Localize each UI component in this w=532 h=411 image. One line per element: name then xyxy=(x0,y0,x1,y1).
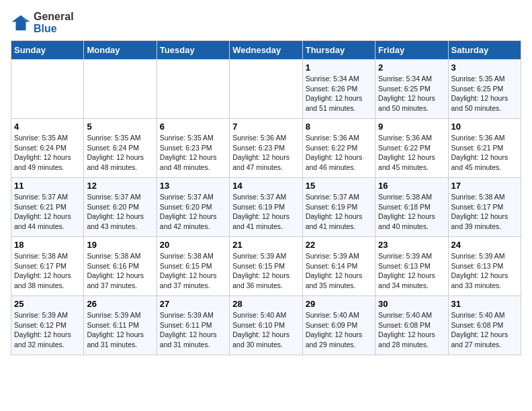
calendar-cell: 12Sunrise: 5:37 AM Sunset: 6:20 PM Dayli… xyxy=(84,178,157,237)
logo: General Blue xyxy=(11,11,74,35)
calendar-cell: 2Sunrise: 5:34 AM Sunset: 6:25 PM Daylig… xyxy=(375,60,448,119)
day-number: 12 xyxy=(87,181,153,191)
day-info: Sunrise: 5:37 AM Sunset: 6:20 PM Dayligh… xyxy=(87,192,153,232)
day-number: 4 xyxy=(14,122,81,132)
day-number: 28 xyxy=(232,299,299,309)
day-info: Sunrise: 5:35 AM Sunset: 6:23 PM Dayligh… xyxy=(160,133,226,173)
day-number: 15 xyxy=(306,181,372,191)
day-info: Sunrise: 5:40 AM Sunset: 6:08 PM Dayligh… xyxy=(451,310,518,350)
day-info: Sunrise: 5:40 AM Sunset: 6:09 PM Dayligh… xyxy=(306,310,372,350)
day-info: Sunrise: 5:36 AM Sunset: 6:21 PM Dayligh… xyxy=(451,133,518,173)
weekday-header-monday: Monday xyxy=(84,41,157,60)
day-number: 30 xyxy=(378,299,445,309)
day-info: Sunrise: 5:39 AM Sunset: 6:11 PM Dayligh… xyxy=(87,310,153,350)
day-info: Sunrise: 5:39 AM Sunset: 6:13 PM Dayligh… xyxy=(378,251,445,291)
day-number: 17 xyxy=(451,181,518,191)
calendar-cell: 22Sunrise: 5:39 AM Sunset: 6:14 PM Dayli… xyxy=(302,237,375,296)
calendar-cell: 8Sunrise: 5:36 AM Sunset: 6:22 PM Daylig… xyxy=(302,119,375,178)
page-header: General Blue xyxy=(11,11,521,35)
day-info: Sunrise: 5:38 AM Sunset: 6:17 PM Dayligh… xyxy=(14,251,81,291)
calendar-cell: 23Sunrise: 5:39 AM Sunset: 6:13 PM Dayli… xyxy=(375,237,448,296)
day-info: Sunrise: 5:39 AM Sunset: 6:14 PM Dayligh… xyxy=(306,251,372,291)
weekday-header-wednesday: Wednesday xyxy=(230,41,302,60)
day-info: Sunrise: 5:36 AM Sunset: 6:22 PM Dayligh… xyxy=(306,133,372,173)
day-number: 26 xyxy=(87,299,153,309)
day-number: 23 xyxy=(378,240,445,250)
calendar-cell: 6Sunrise: 5:35 AM Sunset: 6:23 PM Daylig… xyxy=(157,119,229,178)
weekday-header-saturday: Saturday xyxy=(448,41,521,60)
day-info: Sunrise: 5:38 AM Sunset: 6:17 PM Dayligh… xyxy=(451,192,518,232)
weekday-header-tuesday: Tuesday xyxy=(157,41,229,60)
day-info: Sunrise: 5:37 AM Sunset: 6:19 PM Dayligh… xyxy=(232,192,299,232)
day-number: 13 xyxy=(160,181,226,191)
day-number: 9 xyxy=(378,122,445,132)
day-number: 29 xyxy=(306,299,372,309)
day-number: 21 xyxy=(232,240,299,250)
calendar-cell: 19Sunrise: 5:38 AM Sunset: 6:16 PM Dayli… xyxy=(84,237,157,296)
calendar-cell: 29Sunrise: 5:40 AM Sunset: 6:09 PM Dayli… xyxy=(302,296,375,355)
day-number: 16 xyxy=(378,181,445,191)
day-info: Sunrise: 5:39 AM Sunset: 6:11 PM Dayligh… xyxy=(160,310,226,350)
day-number: 6 xyxy=(160,122,226,132)
day-number: 5 xyxy=(87,122,153,132)
day-number: 24 xyxy=(451,240,518,250)
calendar-cell: 10Sunrise: 5:36 AM Sunset: 6:21 PM Dayli… xyxy=(448,119,521,178)
day-number: 25 xyxy=(14,299,81,309)
day-number: 18 xyxy=(14,240,81,250)
calendar-cell: 15Sunrise: 5:37 AM Sunset: 6:19 PM Dayli… xyxy=(302,178,375,237)
calendar-cell xyxy=(157,60,229,119)
calendar-cell: 17Sunrise: 5:38 AM Sunset: 6:17 PM Dayli… xyxy=(448,178,521,237)
calendar-table: SundayMondayTuesdayWednesdayThursdayFrid… xyxy=(11,40,521,355)
day-number: 20 xyxy=(160,240,226,250)
day-info: Sunrise: 5:35 AM Sunset: 6:24 PM Dayligh… xyxy=(14,133,81,173)
calendar-cell: 21Sunrise: 5:39 AM Sunset: 6:15 PM Dayli… xyxy=(230,237,302,296)
day-number: 22 xyxy=(306,240,372,250)
day-info: Sunrise: 5:36 AM Sunset: 6:23 PM Dayligh… xyxy=(232,133,299,173)
day-number: 3 xyxy=(451,62,518,73)
day-info: Sunrise: 5:36 AM Sunset: 6:22 PM Dayligh… xyxy=(378,133,445,173)
calendar-cell: 31Sunrise: 5:40 AM Sunset: 6:08 PM Dayli… xyxy=(448,296,521,355)
calendar-cell: 4Sunrise: 5:35 AM Sunset: 6:24 PM Daylig… xyxy=(11,119,84,178)
day-info: Sunrise: 5:38 AM Sunset: 6:16 PM Dayligh… xyxy=(87,251,153,291)
calendar-cell: 27Sunrise: 5:39 AM Sunset: 6:11 PM Dayli… xyxy=(157,296,229,355)
calendar-cell xyxy=(230,60,302,119)
calendar-cell: 9Sunrise: 5:36 AM Sunset: 6:22 PM Daylig… xyxy=(375,119,448,178)
svg-marker-0 xyxy=(12,15,30,31)
weekday-header-sunday: Sunday xyxy=(11,41,84,60)
logo-text: General Blue xyxy=(34,11,74,35)
day-info: Sunrise: 5:37 AM Sunset: 6:19 PM Dayligh… xyxy=(306,192,372,232)
calendar-cell xyxy=(84,60,157,119)
day-info: Sunrise: 5:34 AM Sunset: 6:26 PM Dayligh… xyxy=(306,74,372,113)
weekday-header-thursday: Thursday xyxy=(302,41,375,60)
day-info: Sunrise: 5:39 AM Sunset: 6:12 PM Dayligh… xyxy=(14,310,81,350)
day-info: Sunrise: 5:38 AM Sunset: 6:15 PM Dayligh… xyxy=(160,251,226,291)
weekday-header-friday: Friday xyxy=(375,41,448,60)
day-number: 1 xyxy=(306,62,372,73)
calendar-cell xyxy=(11,60,84,119)
calendar-cell: 26Sunrise: 5:39 AM Sunset: 6:11 PM Dayli… xyxy=(84,296,157,355)
calendar-cell: 3Sunrise: 5:35 AM Sunset: 6:25 PM Daylig… xyxy=(448,60,521,119)
day-number: 27 xyxy=(160,299,226,309)
day-info: Sunrise: 5:37 AM Sunset: 6:21 PM Dayligh… xyxy=(14,192,81,232)
calendar-cell: 18Sunrise: 5:38 AM Sunset: 6:17 PM Dayli… xyxy=(11,237,84,296)
calendar-cell: 14Sunrise: 5:37 AM Sunset: 6:19 PM Dayli… xyxy=(230,178,302,237)
day-info: Sunrise: 5:40 AM Sunset: 6:10 PM Dayligh… xyxy=(232,310,299,350)
calendar-cell: 25Sunrise: 5:39 AM Sunset: 6:12 PM Dayli… xyxy=(11,296,84,355)
day-number: 14 xyxy=(232,181,299,191)
calendar-cell: 28Sunrise: 5:40 AM Sunset: 6:10 PM Dayli… xyxy=(230,296,302,355)
day-info: Sunrise: 5:35 AM Sunset: 6:24 PM Dayligh… xyxy=(87,133,153,173)
logo-icon xyxy=(11,13,31,33)
day-number: 8 xyxy=(306,122,372,132)
calendar-cell: 1Sunrise: 5:34 AM Sunset: 6:26 PM Daylig… xyxy=(302,60,375,119)
day-number: 19 xyxy=(87,240,153,250)
day-info: Sunrise: 5:38 AM Sunset: 6:18 PM Dayligh… xyxy=(378,192,445,232)
calendar-cell: 11Sunrise: 5:37 AM Sunset: 6:21 PM Dayli… xyxy=(11,178,84,237)
day-info: Sunrise: 5:39 AM Sunset: 6:15 PM Dayligh… xyxy=(232,251,299,291)
calendar-cell: 24Sunrise: 5:39 AM Sunset: 6:13 PM Dayli… xyxy=(448,237,521,296)
calendar-cell: 30Sunrise: 5:40 AM Sunset: 6:08 PM Dayli… xyxy=(375,296,448,355)
day-number: 7 xyxy=(232,122,299,132)
calendar-cell: 5Sunrise: 5:35 AM Sunset: 6:24 PM Daylig… xyxy=(84,119,157,178)
day-number: 11 xyxy=(14,181,81,191)
day-info: Sunrise: 5:40 AM Sunset: 6:08 PM Dayligh… xyxy=(378,310,445,350)
calendar-cell: 7Sunrise: 5:36 AM Sunset: 6:23 PM Daylig… xyxy=(230,119,302,178)
